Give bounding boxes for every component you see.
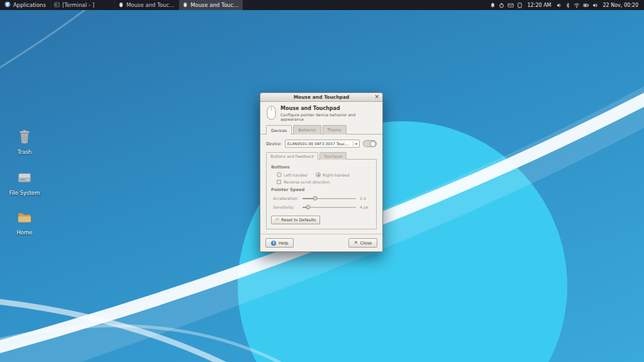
- date-display[interactable]: 22 Nov, 00:20: [601, 3, 640, 8]
- tab-theme[interactable]: Theme: [323, 125, 347, 134]
- device-settings-notebook: Buttons and Feedback Touchpad Buttons Le…: [266, 151, 377, 229]
- window-close-icon[interactable]: ✕: [374, 93, 379, 101]
- devices-tab-panel: Device: ELAN0501:00 04F3:3037 Touchpad ▾…: [260, 134, 382, 229]
- desktop-icon-label: File System: [9, 190, 40, 196]
- slider-handle[interactable]: [306, 205, 310, 209]
- top-panel: Applications [Terminal - ] Mouse and Tou…: [0, 0, 644, 10]
- taskbar-window-terminal[interactable]: [Terminal - ]: [50, 0, 114, 10]
- taskbar-window-label: Mouse and Touchpad: [126, 2, 175, 8]
- trash-icon: [16, 129, 33, 148]
- close-icon: ✕: [354, 241, 358, 245]
- reverse-scroll-checkbox-row[interactable]: Reverse scroll direction: [271, 180, 372, 184]
- device-settings-subtabs: Buttons and Feedback Touchpad: [266, 152, 377, 160]
- sensitivity-label: Sensitivity:: [271, 205, 299, 209]
- desktop: Applications [Terminal - ] Mouse and Tou…: [0, 0, 644, 362]
- acceleration-value: 2.0: [360, 196, 372, 200]
- applications-label: Applications: [13, 2, 46, 8]
- sensitivity-value: 4 px: [360, 205, 372, 209]
- desktop-icon-file-system[interactable]: File System: [5, 170, 44, 196]
- display-icon[interactable]: [517, 3, 523, 8]
- help-icon: ?: [271, 241, 276, 246]
- bluetooth-icon[interactable]: [565, 3, 570, 8]
- help-button[interactable]: ? Help: [265, 238, 294, 248]
- wireless-icon[interactable]: [574, 3, 580, 8]
- notifications-icon[interactable]: [490, 3, 496, 8]
- taskbar-window-mouse-touchpad-1[interactable]: Mouse and Touchpad: [114, 0, 179, 10]
- reverse-scroll-label: Reverse scroll direction: [284, 180, 330, 184]
- slider-handle[interactable]: [313, 196, 318, 200]
- subtab-buttons-and-feedback[interactable]: Buttons and Feedback: [266, 152, 318, 160]
- power-icon[interactable]: [499, 3, 504, 8]
- tab-devices[interactable]: Devices: [266, 125, 292, 134]
- dialog-header: Mouse and Touchpad Configure pointer dev…: [260, 102, 382, 124]
- tab-behavior[interactable]: Behavior: [293, 125, 321, 134]
- left-handed-option[interactable]: Left-handed: [277, 172, 308, 177]
- left-handed-label: Left-handed: [284, 173, 308, 177]
- sensitivity-row: Sensitivity: 4 px: [271, 204, 372, 210]
- reset-to-defaults-button[interactable]: ↶ Reset to Defaults: [271, 216, 320, 224]
- close-label: Close: [360, 241, 372, 246]
- battery-icon[interactable]: [583, 3, 589, 8]
- desktop-icon-trash[interactable]: Trash: [5, 129, 44, 155]
- mouse-icon: [118, 2, 124, 9]
- desktop-icon-home[interactable]: Home: [5, 209, 44, 236]
- folder-icon: [16, 209, 33, 228]
- acceleration-label: Acceleration:: [271, 196, 299, 200]
- mouse-icon: [182, 2, 188, 9]
- mouse-device-icon: [267, 106, 276, 121]
- buttons-and-feedback-panel: Buttons Left-handed Right-handed: [266, 159, 377, 229]
- desktop-icon-label: Trash: [18, 149, 31, 155]
- desktop-icon-label: Home: [16, 229, 32, 236]
- volume-indicator-icon[interactable]: [592, 3, 598, 8]
- dialog-footer: ? Help ✕ Close: [260, 234, 382, 251]
- dialog-header-subtitle: Configure pointer device behavior and ap…: [280, 112, 376, 121]
- device-label: Device:: [266, 141, 282, 146]
- device-enabled-switch[interactable]: [363, 140, 377, 147]
- terminal-icon: [54, 2, 60, 9]
- help-label: Help: [279, 241, 288, 246]
- device-row: Device: ELAN0501:00 04F3:3037 Touchpad ▾: [260, 134, 382, 151]
- dialog-tab-bar: Devices Behavior Theme: [260, 125, 382, 134]
- system-tray: 12:20 AM 22 Nov, 00:20: [486, 0, 644, 10]
- sensitivity-slider[interactable]: [303, 204, 356, 210]
- mail-icon[interactable]: [508, 3, 514, 8]
- slider-track: [303, 207, 356, 208]
- device-combobox[interactable]: ELAN0501:00 04F3:3037 Touchpad ▾: [285, 140, 360, 148]
- taskbar-window-mouse-touchpad-2[interactable]: Mouse and Touchpad: [179, 0, 243, 10]
- radio-checked-icon: [316, 172, 321, 177]
- taskbar-window-label: Mouse and Touchpad: [191, 2, 240, 8]
- mouse-and-touchpad-dialog: Mouse and Touchpad ✕ Mouse and Touchpad …: [260, 92, 383, 252]
- checkbox-unchecked-icon: [277, 180, 281, 184]
- right-handed-option[interactable]: Right-handed: [316, 172, 350, 177]
- radio-unchecked-icon: [277, 172, 282, 177]
- close-button[interactable]: ✕ Close: [348, 238, 377, 248]
- dialog-header-title: Mouse and Touchpad: [280, 106, 376, 111]
- pointer-speed-section-heading: Pointer Speed: [271, 187, 372, 192]
- device-combobox-value: ELAN0501:00 04F3:3037 Touchpad: [287, 141, 351, 146]
- acceleration-slider[interactable]: [303, 195, 356, 201]
- subtab-touchpad[interactable]: Touchpad: [319, 152, 347, 160]
- undo-icon: ↶: [275, 218, 279, 222]
- chevron-down-icon: ▾: [353, 141, 357, 146]
- drive-icon: [16, 170, 33, 189]
- switch-knob: [370, 141, 376, 147]
- taskbar-window-label: [Terminal - ]: [62, 2, 94, 8]
- clock[interactable]: 12:20 AM: [526, 3, 553, 8]
- dialog-titlebar[interactable]: Mouse and Touchpad ✕: [260, 93, 382, 102]
- right-handed-label: Right-handed: [323, 173, 350, 177]
- handedness-radio-group: Left-handed Right-handed: [271, 172, 372, 177]
- reset-to-defaults-label: Reset to Defaults: [281, 217, 316, 222]
- applications-icon: [4, 1, 11, 9]
- acceleration-row: Acceleration: 2.0: [271, 195, 372, 201]
- dialog-title: Mouse and Touchpad: [294, 94, 350, 100]
- volume-icon[interactable]: [557, 3, 562, 8]
- buttons-section-heading: Buttons: [271, 165, 372, 170]
- applications-menu-button[interactable]: Applications: [0, 0, 50, 10]
